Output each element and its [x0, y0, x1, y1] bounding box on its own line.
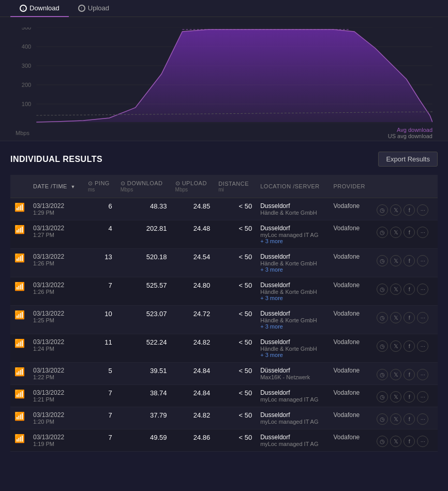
datetime-cell: 03/13/2022 1:27 PM — [29, 220, 84, 249]
upload-cell: 24.82 — [171, 334, 215, 363]
more-options-icon[interactable]: ··· — [417, 227, 428, 238]
more-options-icon[interactable]: ··· — [417, 436, 428, 447]
twitter-icon[interactable]: 𝕏 — [390, 436, 401, 447]
chart-area: 500 400 300 200 100 Mbps Avg download US… — [0, 17, 448, 141]
twitter-icon[interactable]: 𝕏 — [390, 369, 401, 380]
date-value: 03/13/2022 — [33, 338, 80, 346]
table-row: 📶 03/13/2022 1:25 PM 10 523.07 24.72 < 5… — [10, 306, 438, 334]
ping-cell: 7 — [84, 385, 116, 407]
wifi-icon: 📶 — [14, 203, 25, 212]
location-name: Düsseldorf — [260, 367, 325, 374]
location-cell: Dusseldorf myLoc managed IT AG + 3 more — [256, 220, 329, 249]
location-name: Dusseldorf — [260, 338, 325, 346]
share-icon[interactable]: ◷ — [377, 391, 388, 403]
more-link[interactable]: + 3 more — [260, 323, 325, 330]
date-value: 03/13/2022 — [33, 434, 80, 441]
download-cell: 202.81 — [116, 220, 171, 249]
share-icon[interactable]: ◷ — [377, 312, 388, 323]
more-options-icon[interactable]: ··· — [417, 204, 428, 216]
twitter-icon[interactable]: 𝕏 — [390, 312, 401, 323]
table-row: 📶 03/13/2022 1:22 PM 5 39.51 24.84 < 50 … — [10, 363, 438, 385]
action-icons: ◷ 𝕏 f ··· — [377, 253, 434, 266]
date-value: 03/13/2022 — [33, 253, 80, 260]
tab-upload[interactable]: ↑ Upload — [69, 0, 118, 17]
tab-download[interactable]: ↓ Download — [10, 0, 69, 17]
share-icon[interactable]: ◷ — [377, 340, 388, 352]
more-link[interactable]: + 3 more — [260, 238, 325, 244]
actions-cell: ◷ 𝕏 f ··· — [372, 407, 438, 429]
share-icon[interactable]: ◷ — [377, 436, 388, 447]
more-options-icon[interactable]: ··· — [417, 340, 428, 352]
date-value: 03/13/2022 — [33, 389, 80, 396]
twitter-icon[interactable]: 𝕏 — [390, 413, 401, 425]
wifi-icon: 📶 — [14, 434, 25, 443]
results-title: INDIVIDUAL RESULTS — [10, 155, 102, 164]
actions-cell: ◷ 𝕏 f ··· — [372, 277, 438, 306]
col-distance-header: DISTANCEmi — [214, 175, 256, 198]
twitter-icon[interactable]: 𝕏 — [390, 391, 401, 403]
provider-name: Vodafone — [334, 434, 369, 441]
time-value: 1:26 PM — [33, 260, 80, 266]
twitter-icon[interactable]: 𝕏 — [390, 284, 401, 295]
wifi-icon: 📶 — [14, 339, 25, 348]
location-name: Dusseldorf — [260, 434, 325, 441]
facebook-icon[interactable]: f — [404, 204, 415, 216]
col-datetime-header[interactable]: DATE /TIME ▼ — [29, 175, 84, 198]
more-options-icon[interactable]: ··· — [417, 391, 428, 403]
distance-cell: < 50 — [214, 429, 256, 452]
date-value: 03/13/2022 — [33, 202, 80, 210]
share-icon[interactable]: ◷ — [377, 227, 388, 238]
facebook-icon[interactable]: f — [404, 340, 415, 352]
download-cell: 48.33 — [116, 198, 171, 220]
upload-cell: 24.85 — [171, 198, 215, 220]
facebook-icon[interactable]: f — [404, 227, 415, 238]
upload-cell: 24.84 — [171, 385, 215, 407]
legend-avg-download: Avg download — [397, 127, 432, 133]
time-value: 1:27 PM — [33, 232, 80, 238]
wifi-icon: 📶 — [14, 225, 25, 234]
facebook-icon[interactable]: f — [404, 436, 415, 447]
provider-cell: Vodafone — [330, 249, 373, 277]
ping-cell: 13 — [84, 249, 116, 277]
facebook-icon[interactable]: f — [404, 284, 415, 295]
facebook-icon[interactable]: f — [404, 391, 415, 403]
action-icons: ◷ 𝕏 f ··· — [377, 225, 434, 238]
location-cell: Dusseldorf Händle & Korte GmbH + 3 more — [256, 306, 329, 334]
share-icon[interactable]: ◷ — [377, 284, 388, 295]
share-icon[interactable]: ◷ — [377, 369, 388, 380]
more-link[interactable]: + 3 more — [260, 352, 325, 358]
distance-cell: < 50 — [214, 277, 256, 306]
share-icon[interactable]: ◷ — [377, 255, 388, 266]
location-server: Händle & Korte GmbH — [260, 210, 325, 216]
more-link[interactable]: + 3 more — [260, 295, 325, 301]
export-results-button[interactable]: Export Results — [378, 152, 438, 167]
col-upload-header: ⊙ UPLOADMbps — [171, 175, 215, 198]
twitter-icon[interactable]: 𝕏 — [390, 255, 401, 266]
download-cell: 522.24 — [116, 334, 171, 363]
datetime-cell: 03/13/2022 1:24 PM — [29, 334, 84, 363]
facebook-icon[interactable]: f — [404, 413, 415, 425]
facebook-icon[interactable]: f — [404, 312, 415, 323]
more-options-icon[interactable]: ··· — [417, 312, 428, 323]
more-options-icon[interactable]: ··· — [417, 255, 428, 266]
ping-cell: 4 — [84, 220, 116, 249]
facebook-icon[interactable]: f — [404, 369, 415, 380]
location-server: myLoc managed IT AG — [260, 396, 325, 403]
more-options-icon[interactable]: ··· — [417, 284, 428, 295]
more-link[interactable]: + 3 more — [260, 266, 325, 273]
more-options-icon[interactable]: ··· — [417, 413, 428, 425]
distance-cell: < 50 — [214, 306, 256, 334]
share-icon[interactable]: ◷ — [377, 204, 388, 216]
table-row: 📶 03/13/2022 1:19 PM 7 49.59 24.86 < 50 … — [10, 429, 438, 452]
ping-cell: 10 — [84, 306, 116, 334]
twitter-icon[interactable]: 𝕏 — [390, 340, 401, 352]
facebook-icon[interactable]: f — [404, 255, 415, 266]
share-icon[interactable]: ◷ — [377, 413, 388, 425]
col-location-header: LOCATION /SERVER — [256, 175, 329, 198]
upload-cell: 24.80 — [171, 277, 215, 306]
location-cell: Dusseldorf Händle & Korte GmbH + 3 more — [256, 277, 329, 306]
twitter-icon[interactable]: 𝕏 — [390, 204, 401, 216]
location-name: Dusseldorf — [260, 389, 325, 396]
twitter-icon[interactable]: 𝕏 — [390, 227, 401, 238]
more-options-icon[interactable]: ··· — [417, 369, 428, 380]
